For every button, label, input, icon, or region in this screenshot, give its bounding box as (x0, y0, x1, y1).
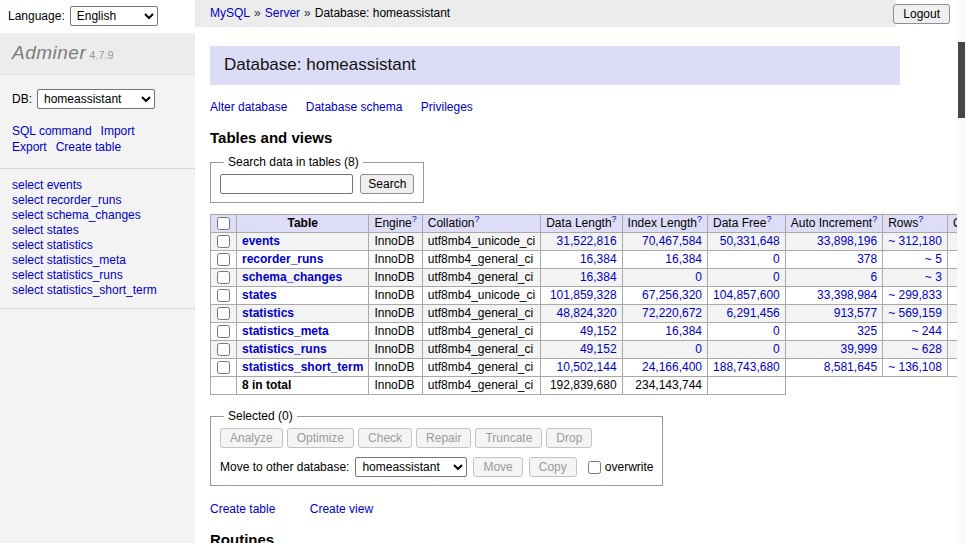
move-button[interactable]: Move (473, 457, 522, 477)
sidebar-link-select-recorder-runs[interactable]: select recorder_runs (12, 193, 183, 208)
table-name-link[interactable]: statistics_runs (242, 342, 327, 356)
sidebar-link-select-events[interactable]: select events (12, 178, 183, 193)
overwrite-checkbox[interactable] (588, 461, 601, 474)
index-length-link[interactable]: 24,166,400 (642, 360, 702, 374)
table-name-link[interactable]: events (242, 234, 280, 248)
data-free-help-link[interactable]: ? (766, 214, 771, 224)
analyze-button[interactable]: Analyze (220, 428, 283, 448)
create-table-link[interactable]: Create table (56, 139, 121, 155)
index-length-link[interactable]: 72,220,672 (642, 306, 702, 320)
auto-increment-link[interactable]: 378 (857, 252, 877, 266)
auto-increment-help-link[interactable]: ? (872, 214, 877, 224)
table-name-link[interactable]: schema_changes (242, 270, 342, 284)
sidebar-link-select-statistics[interactable]: select statistics (12, 238, 183, 253)
auto-increment-link[interactable]: 39,999 (840, 342, 877, 356)
select-all-checkbox[interactable] (217, 217, 230, 230)
export-link[interactable]: Export (12, 139, 47, 155)
engine-help-link[interactable]: ? (412, 214, 417, 224)
rows-count-link[interactable]: ~ 569,159 (888, 306, 942, 320)
rows-count-link[interactable]: ~ 299,833 (888, 288, 942, 302)
data-free-link[interactable]: 0 (773, 270, 780, 284)
move-database-select[interactable]: homeassistant (355, 457, 467, 477)
data-length-link[interactable]: 10,502,144 (557, 360, 617, 374)
sql-command-link[interactable]: SQL command (12, 123, 92, 139)
rows-help-link[interactable]: ? (918, 214, 923, 224)
language-select[interactable]: English (70, 6, 158, 26)
optimize-button[interactable]: Optimize (287, 428, 354, 448)
data-free-link[interactable]: 104,857,600 (713, 288, 780, 302)
data-free-link[interactable]: 0 (773, 342, 780, 356)
data-length-link[interactable]: 49,152 (580, 324, 617, 338)
data-length-link[interactable]: 16,384 (580, 252, 617, 266)
rows-count-link[interactable]: ~ 628 (912, 342, 942, 356)
index-length-link[interactable]: 0 (695, 270, 702, 284)
privileges-link[interactable]: Privileges (421, 100, 473, 114)
data-length-link[interactable]: 101,859,328 (550, 288, 617, 302)
row-checkbox[interactable] (217, 271, 230, 284)
sidebar-link-select-statistics-short-term[interactable]: select statistics_short_term (12, 283, 183, 298)
page-scrollbar[interactable] (957, 0, 966, 543)
data-free-link[interactable]: 6,291,456 (726, 306, 779, 320)
create-view-link[interactable]: Create view (310, 502, 373, 516)
breadcrumb-server-link[interactable]: Server (265, 6, 300, 20)
row-checkbox[interactable] (217, 235, 230, 248)
breadcrumb-mysql-link[interactable]: MySQL (210, 6, 250, 20)
row-checkbox[interactable] (217, 343, 230, 356)
table-name-link[interactable]: recorder_runs (242, 252, 323, 266)
truncate-button[interactable]: Truncate (475, 428, 542, 448)
rows-count-link[interactable]: ~ 3 (925, 270, 942, 284)
data-free-link[interactable]: 0 (773, 252, 780, 266)
data-free-link[interactable]: 188,743,680 (713, 360, 780, 374)
data-length-link[interactable]: 31,522,816 (557, 234, 617, 248)
rows-count-link[interactable]: ~ 5 (925, 252, 942, 266)
data-free-link[interactable]: 50,331,648 (720, 234, 780, 248)
drop-button[interactable]: Drop (546, 428, 592, 448)
table-name-link[interactable]: statistics_meta (242, 324, 329, 338)
search-input[interactable] (220, 174, 353, 194)
database-schema-link[interactable]: Database schema (306, 100, 403, 114)
data-length-link[interactable]: 49,152 (580, 342, 617, 356)
db-select[interactable]: homeassistant (37, 89, 155, 109)
sidebar-link-select-statistics-runs[interactable]: select statistics_runs (12, 268, 183, 283)
index-length-link[interactable]: 0 (695, 342, 702, 356)
auto-increment-link[interactable]: 33,898,196 (817, 234, 877, 248)
auto-increment-link[interactable]: 6 (870, 270, 877, 284)
auto-increment-link[interactable]: 8,581,645 (824, 360, 877, 374)
index-length-help-link[interactable]: ? (697, 214, 702, 224)
index-length-link[interactable]: 70,467,584 (642, 234, 702, 248)
row-checkbox[interactable] (217, 307, 230, 320)
index-length-link[interactable]: 67,256,320 (642, 288, 702, 302)
auto-increment-link[interactable]: 913,577 (834, 306, 877, 320)
rows-count-link[interactable]: ~ 136,108 (888, 360, 942, 374)
data-free-link[interactable]: 0 (773, 324, 780, 338)
logout-button[interactable]: Logout (893, 4, 950, 24)
sidebar-link-select-statistics-meta[interactable]: select statistics_meta (12, 253, 183, 268)
sidebar-link-select-schema-changes[interactable]: select schema_changes (12, 208, 183, 223)
row-checkbox[interactable] (217, 289, 230, 302)
rows-count-link[interactable]: ~ 312,180 (888, 234, 942, 248)
row-checkbox[interactable] (217, 325, 230, 338)
table-name-link[interactable]: states (242, 288, 277, 302)
index-length-link[interactable]: 16,384 (665, 324, 702, 338)
auto-increment-link[interactable]: 33,398,984 (817, 288, 877, 302)
data-length-link[interactable]: 16,384 (580, 270, 617, 284)
data-length-help-link[interactable]: ? (612, 214, 617, 224)
table-name-link[interactable]: statistics (242, 306, 294, 320)
collation-help-link[interactable]: ? (474, 214, 479, 224)
check-button[interactable]: Check (358, 428, 412, 448)
data-length-link[interactable]: 48,824,320 (557, 306, 617, 320)
create-table-link-bottom[interactable]: Create table (210, 502, 275, 516)
scrollbar-thumb[interactable] (958, 42, 965, 118)
alter-database-link[interactable]: Alter database (210, 100, 287, 114)
rows-count-link[interactable]: ~ 244 (912, 324, 942, 338)
row-checkbox[interactable] (217, 361, 230, 374)
sidebar-link-select-states[interactable]: select states (12, 223, 183, 238)
auto-increment-link[interactable]: 325 (857, 324, 877, 338)
index-length-link[interactable]: 16,384 (665, 252, 702, 266)
copy-button[interactable]: Copy (529, 457, 577, 477)
repair-button[interactable]: Repair (416, 428, 471, 448)
row-checkbox[interactable] (217, 253, 230, 266)
search-button[interactable]: Search (360, 174, 414, 194)
table-name-link[interactable]: statistics_short_term (242, 360, 363, 374)
import-link[interactable]: Import (101, 123, 135, 139)
